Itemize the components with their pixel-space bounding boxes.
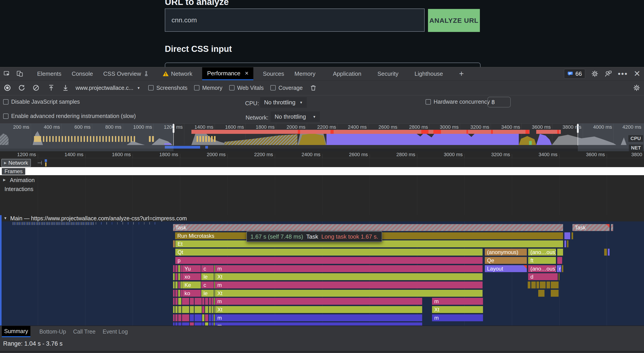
flame-bar[interactable] — [209, 322, 211, 326]
flame-bar[interactable]: ft — [528, 257, 556, 264]
flame-bar[interactable] — [194, 306, 202, 313]
download-profile-icon[interactable] — [62, 84, 69, 92]
tab-sources[interactable]: Sources — [262, 67, 285, 80]
flame-bar[interactable] — [214, 290, 215, 297]
analyze-url-button[interactable]: ANALYZE URL — [428, 9, 480, 32]
flame-bar[interactable] — [175, 265, 178, 272]
chevron-right-icon[interactable]: ▶ — [3, 178, 6, 182]
flame-bar[interactable] — [175, 314, 178, 321]
flame-bar[interactable] — [214, 265, 215, 272]
flame-bar[interactable] — [214, 282, 215, 289]
flame-bar[interactable] — [178, 273, 180, 280]
flame-bar[interactable] — [558, 273, 560, 280]
network-request-mark[interactable] — [45, 159, 47, 162]
flame-bar[interactable] — [564, 240, 566, 247]
flame-bar[interactable] — [214, 306, 215, 313]
tab-call-tree[interactable]: Call Tree — [73, 326, 96, 337]
tab-performance[interactable]: Performance × — [202, 67, 253, 80]
main-track-header[interactable]: ▼ Main — https://www.projectwallace.com/… — [0, 215, 644, 221]
track-frames[interactable]: Frames — [2, 168, 25, 175]
flame-bar[interactable] — [194, 298, 202, 305]
flame-bar[interactable] — [194, 314, 202, 321]
flame-bar[interactable] — [564, 232, 570, 239]
flame-bar[interactable] — [178, 298, 181, 305]
flame-bar[interactable] — [173, 298, 175, 305]
flame-bar[interactable]: m — [432, 314, 483, 321]
flame-bar[interactable]: c — [201, 282, 214, 289]
flame-bar[interactable]: Xt — [215, 290, 482, 297]
flame-bar[interactable] — [175, 298, 178, 305]
tab-memory[interactable]: Memory — [294, 67, 316, 80]
tab-css-overview[interactable]: CSS Overview — [102, 67, 150, 80]
flame-bar[interactable]: m — [432, 298, 483, 305]
clear-icon[interactable] — [32, 84, 40, 92]
history-select[interactable]: www.projectwallace.c... ▼ — [76, 85, 140, 91]
flame-bar[interactable] — [572, 232, 573, 239]
flame-bar[interactable] — [175, 322, 178, 326]
flame-bar[interactable] — [604, 249, 607, 256]
web-vitals-checkbox[interactable]: Web Vitals — [229, 85, 264, 91]
flame-bar[interactable]: Xt — [432, 306, 483, 313]
track-resize-icon[interactable]: ⊣ — [37, 160, 42, 166]
frames-track-bar[interactable] — [0, 167, 644, 175]
flame-bar[interactable] — [202, 314, 204, 321]
flame-bar[interactable] — [175, 273, 178, 280]
flame-bar[interactable] — [205, 306, 208, 313]
disable-js-checkbox[interactable]: Disable JavaScript samples — [3, 98, 80, 105]
flame-bar[interactable]: le — [201, 273, 214, 280]
advanced-rendering-checkbox[interactable]: Enable advanced rendering instrumentatio… — [3, 113, 136, 119]
flame-bar[interactable] — [173, 306, 175, 313]
flame-bar[interactable]: Xt — [215, 306, 422, 313]
flame-bar[interactable] — [551, 290, 558, 297]
flame-bar[interactable] — [202, 322, 204, 326]
flame-bar[interactable] — [214, 322, 215, 326]
flame-bar[interactable] — [175, 306, 178, 313]
timeline-overview[interactable]: 200 ms400 ms600 ms800 ms1000 ms1200 ms14… — [0, 124, 644, 151]
track-animation[interactable]: Animation — [10, 177, 35, 183]
cpu-throttling-select[interactable]: No throttling ▼ — [260, 97, 307, 108]
flame-bar[interactable] — [190, 314, 194, 321]
flame-bar[interactable] — [173, 240, 175, 247]
track-network[interactable]: ▶ Network — [1, 159, 31, 167]
flame-bar[interactable]: Ke — [182, 282, 201, 289]
flame-bar[interactable] — [536, 282, 539, 289]
hardware-concurrency-input[interactable] — [488, 97, 511, 107]
more-options-icon[interactable]: ••• — [618, 69, 628, 78]
main-flame-chart[interactable]: TaskTaskRun MicrotasksEtQt(anonymous)(an… — [0, 221, 644, 326]
trash-icon[interactable] — [310, 84, 317, 92]
flame-bar[interactable] — [212, 322, 213, 326]
flame-bar[interactable] — [180, 282, 182, 289]
hardware-concurrency-checkbox[interactable]: Hardware concurrency — [426, 98, 490, 105]
flame-bar[interactable]: c — [201, 265, 214, 272]
inspect-element-icon[interactable] — [3, 70, 11, 77]
tab-summary[interactable]: Summary — [2, 326, 30, 337]
flame-bar[interactable] — [611, 224, 613, 231]
tab-event-log[interactable]: Event Log — [103, 326, 128, 337]
flame-bar[interactable]: (ano…ous) — [528, 265, 556, 272]
flame-bar[interactable] — [173, 273, 175, 280]
flame-bar[interactable] — [212, 298, 213, 305]
flame-bar[interactable] — [209, 306, 211, 313]
flame-bar[interactable] — [178, 265, 180, 272]
tab-security[interactable]: Security — [376, 67, 399, 80]
flame-bar[interactable]: r — [557, 265, 561, 272]
flame-bar[interactable] — [531, 282, 536, 289]
flame-bar[interactable] — [551, 282, 558, 289]
flame-bar[interactable] — [205, 298, 208, 305]
flame-bar[interactable]: d — [528, 273, 558, 280]
network-throttling-select[interactable]: No throttling ▼ — [270, 111, 320, 122]
flame-bar[interactable] — [209, 314, 211, 321]
feedback-icon[interactable] — [604, 70, 612, 77]
flame-bar[interactable] — [175, 282, 178, 289]
tab-network[interactable]: Network — [162, 67, 193, 80]
url-analyze-input[interactable] — [165, 8, 425, 32]
flame-bar[interactable] — [212, 306, 213, 313]
flame-bar[interactable] — [205, 314, 208, 321]
memory-checkbox[interactable]: Memory — [194, 85, 222, 91]
tab-elements[interactable]: Elements — [36, 67, 62, 80]
flame-bar[interactable]: (anonymous) — [485, 249, 527, 256]
flame-bar[interactable] — [212, 314, 213, 321]
flame-bar[interactable]: Xt — [215, 273, 482, 280]
flame-bar[interactable] — [178, 322, 181, 326]
flame-bar[interactable]: Qt — [175, 249, 482, 256]
